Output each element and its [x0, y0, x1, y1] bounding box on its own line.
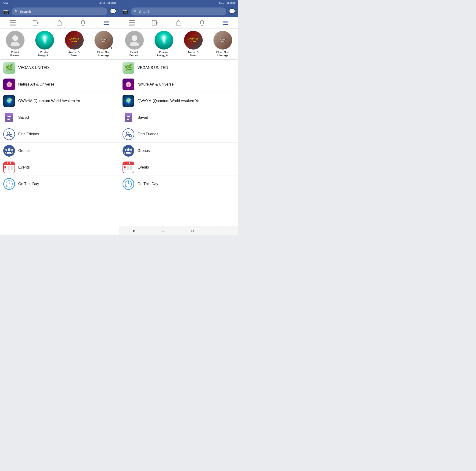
svg-rect-31: [176, 22, 181, 25]
android-home-btn[interactable]: ●: [133, 228, 135, 233]
android-switcher-btn[interactable]: ⊡: [191, 229, 194, 233]
svg-rect-13: [5, 113, 13, 116]
menu-item-nature[interactable]: 🌸 Nature Art & Universe: [119, 76, 238, 93]
android-nav: ● ⇌ ⊡ ←: [119, 226, 238, 236]
menu-item-label: Saved: [18, 116, 29, 120]
nav-menu[interactable]: [220, 18, 231, 28]
menu-item-label: Groups: [18, 149, 30, 153]
menu-item-on-this-day[interactable]: On This Day: [0, 176, 119, 192]
menu-item-find-friends[interactable]: Find Friends: [0, 126, 119, 143]
android-back-btn[interactable]: ←: [221, 228, 225, 233]
svg-rect-8: [103, 22, 109, 23]
camera-icon[interactable]: 📷: [121, 8, 129, 15]
svg-point-17: [7, 132, 10, 135]
menu-item-saved[interactable]: Saved: [119, 109, 238, 126]
nav-newsfeed[interactable]: [7, 18, 18, 28]
story-item[interactable]: PositiveEnergy & …: [153, 31, 174, 57]
story-avatar: CloudNine: [94, 31, 113, 50]
nav-notifications[interactable]: [77, 18, 89, 28]
camera-icon[interactable]: 📷: [2, 8, 10, 15]
menu-item-groups[interactable]: Groups: [0, 143, 119, 159]
svg-rect-29: [152, 20, 156, 25]
messenger-icon[interactable]: 💬: [109, 8, 117, 15]
menu-item-qwaym[interactable]: 🌍 QWAYM (Quantum World Awaken Yo…: [0, 93, 119, 109]
nav-marketplace[interactable]: [173, 18, 184, 28]
svg-point-46: [127, 148, 130, 151]
menu-item-saved[interactable]: Saved: [0, 109, 119, 126]
messenger-icon[interactable]: 💬: [228, 8, 236, 15]
nav-video[interactable]: [30, 18, 42, 28]
nav-newsfeed[interactable]: [126, 18, 137, 28]
svg-rect-1: [10, 22, 16, 23]
story-avatar: [154, 31, 173, 50]
search-bar[interactable]: 🔍: [12, 7, 107, 16]
menu-item-on-this-day[interactable]: On This Day: [119, 176, 238, 192]
menu-item-qwaym[interactable]: 🌍 QWAYM (Quantum World Awaken Yo…: [119, 93, 238, 109]
status-right: 3:43 PM 88%: [99, 1, 116, 4]
story-item[interactable]: CloudNine Cloud NineMassage: [93, 31, 114, 57]
menu-item-events[interactable]: Events: [0, 159, 119, 176]
menu-list: 🌿 VEGANS UNITED 🌸 Nature Art & Universe …: [0, 60, 119, 236]
menu-item-label: QWAYM (Quantum World Awaken Yo…: [18, 99, 84, 103]
story-label: Cloud NineMassage: [97, 51, 110, 57]
story-item[interactable]: PatrickBranson: [5, 31, 26, 57]
search-input[interactable]: [139, 10, 223, 14]
menu-item-vegans[interactable]: 🌿 VEGANS UNITED: [0, 60, 119, 76]
story-item[interactable]: America'sBlues America'sBlues: [183, 31, 204, 57]
menu-item-find-friends[interactable]: Find Friends: [119, 126, 238, 143]
nav-bar: [0, 17, 119, 29]
story-avatar: [125, 31, 144, 50]
menu-item-label: VEGANS UNITED: [18, 66, 49, 70]
svg-point-47: [125, 149, 126, 151]
saved-icon: [122, 112, 134, 123]
menu-list: 🌿 VEGANS UNITED 🌸 Nature Art & Universe …: [119, 60, 238, 226]
svg-rect-3: [33, 20, 37, 25]
svg-point-36: [132, 35, 137, 41]
nav-notifications[interactable]: [196, 18, 208, 28]
search-input[interactable]: [20, 10, 104, 14]
menu-item-label: Nature Art & Universe: [18, 82, 54, 86]
svg-rect-39: [125, 113, 132, 116]
search-icon: 🔍: [134, 10, 138, 13]
story-label: PositiveEnergy & …: [157, 51, 171, 57]
nav-menu[interactable]: [101, 18, 112, 28]
story-label: America'sBlues: [187, 51, 199, 57]
story-item[interactable]: PositiveEnergy & …: [34, 31, 55, 57]
menu-item-events[interactable]: Events: [119, 159, 238, 176]
story-avatar: America'sBlues: [184, 31, 203, 50]
story-avatar: America'sBlues: [65, 31, 84, 50]
svg-rect-7: [103, 21, 109, 21]
menu-item-label: Events: [18, 165, 30, 169]
story-label: America'sBlues: [68, 51, 80, 57]
svg-rect-28: [129, 25, 135, 25]
qwaym-icon: 🌍: [3, 95, 15, 107]
status-bar: 4:21 PM 86%: [119, 0, 238, 6]
stories-section: PatrickBranson PositiveEnergy & … Americ…: [0, 29, 119, 59]
android-recents-btn[interactable]: ⇌: [162, 229, 165, 233]
saved-icon: [3, 112, 15, 123]
search-bar[interactable]: 🔍: [131, 7, 226, 16]
nature-icon: 🌸: [3, 79, 15, 90]
menu-item-groups[interactable]: Groups: [119, 143, 238, 159]
svg-line-19: [12, 136, 13, 137]
svg-rect-35: [222, 24, 228, 25]
svg-point-48: [130, 149, 132, 151]
svg-rect-27: [129, 22, 135, 23]
status-bar: AT&T 3:43 PM 88%: [0, 0, 119, 6]
story-item[interactable]: America'sBlues America'sBlues: [64, 31, 85, 57]
menu-item-vegans[interactable]: 🌿 VEGANS UNITED: [119, 60, 238, 76]
menu-item-label: Events: [137, 165, 149, 169]
nav-video[interactable]: [150, 18, 161, 28]
menu-item-nature[interactable]: 🌸 Nature Art & Universe: [0, 76, 119, 93]
stories-section: PatrickBranson PositiveEnergy & … Americ…: [119, 29, 238, 59]
svg-point-21: [5, 149, 7, 151]
svg-rect-2: [10, 25, 16, 25]
story-item[interactable]: PatrickBranson: [124, 31, 145, 57]
status-right: 4:21 PM 86%: [218, 1, 235, 4]
groups-icon: [122, 145, 134, 157]
menu-item-label: On This Day: [137, 182, 158, 186]
nature-icon: 🌸: [122, 79, 134, 90]
nav-marketplace[interactable]: [54, 18, 65, 28]
find-friends-icon: [122, 128, 134, 140]
story-item[interactable]: CloudNine Cloud NineMassage: [212, 31, 233, 57]
